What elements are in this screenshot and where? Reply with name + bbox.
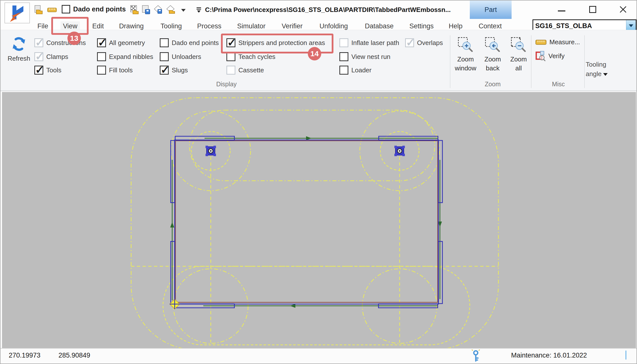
checkbox-label: View nest run xyxy=(351,53,390,61)
checkbox-label: Unloaders xyxy=(172,53,201,61)
application-window: Dado end points C:\Prima Power\ncexpress… xyxy=(0,0,637,364)
checkbox-label: Clamps xyxy=(46,53,68,61)
checkbox[interactable] xyxy=(405,38,414,47)
group-separator xyxy=(531,35,531,88)
clamp-symbol-right xyxy=(394,146,405,156)
measure-label: Measure... xyxy=(549,38,580,46)
clamp-symbol-left xyxy=(205,146,216,156)
quick-dado-endpoints-toggle[interactable]: Dado end points xyxy=(62,5,126,14)
annotation-badge-13: 13 xyxy=(68,32,81,45)
tooling-angle-label-1: Tooling xyxy=(586,60,623,69)
checkbox[interactable] xyxy=(226,52,235,61)
group-separator xyxy=(584,35,585,88)
checkbox[interactable] xyxy=(340,66,348,74)
checkbox[interactable] xyxy=(97,52,106,61)
zoom-all-button[interactable]: Zoom all xyxy=(505,37,532,72)
checkbox[interactable] xyxy=(160,38,169,47)
maximize-button[interactable] xyxy=(589,6,596,13)
measure-ruler-icon[interactable] xyxy=(47,7,57,13)
save-part-icon[interactable] xyxy=(141,5,151,14)
zoom-window-icon xyxy=(458,37,474,53)
status-caret xyxy=(625,350,626,360)
close-button[interactable] xyxy=(619,6,627,14)
annotation-badge-14: 14 xyxy=(308,47,321,60)
refresh-icon xyxy=(11,36,27,52)
cb-inflate-laser-path[interactable]: Inflate laser path xyxy=(340,38,399,48)
cb-loader[interactable]: Loader xyxy=(340,65,372,75)
open-drawing-icon[interactable] xyxy=(166,5,175,14)
title-file-path: C:\Prima Power\ncexpress\SG16_STS_OLBA\P… xyxy=(205,6,451,14)
path-caret-icon xyxy=(196,7,202,14)
part-outline xyxy=(171,136,442,308)
checkbox[interactable] xyxy=(97,66,106,74)
checkbox[interactable] xyxy=(340,52,348,61)
cb-slugs[interactable]: Slugs xyxy=(160,65,188,75)
laser-return-path xyxy=(175,141,438,302)
group-label-zoom: Zoom xyxy=(485,80,501,88)
zoom-all-icon xyxy=(511,37,526,53)
zoom-all-label-1: Zoom xyxy=(510,55,527,64)
zoom-window-button[interactable]: Zoom window xyxy=(452,37,479,72)
measure-button[interactable]: Measure... xyxy=(535,38,580,46)
quick-dado-checkbox[interactable] xyxy=(62,5,70,14)
minimize-button[interactable] xyxy=(558,10,565,12)
zoom-all-label-2: all xyxy=(510,64,527,72)
checkbox[interactable] xyxy=(34,38,43,47)
checkbox[interactable] xyxy=(34,52,43,61)
cursor-x-coordinate: 270.19973 xyxy=(9,352,41,359)
save-drawing-icon[interactable] xyxy=(153,5,163,14)
checkbox-label: Tools xyxy=(46,66,62,74)
checkbox-label: Slugs xyxy=(172,66,188,74)
chevron-down-icon xyxy=(629,24,633,27)
machine-context-value: SG16_STS_OLBA xyxy=(533,20,626,31)
cb-view-nest-run[interactable]: View nest run xyxy=(340,52,390,62)
checkbox-label: Inflate laser path xyxy=(351,39,399,47)
part-context-tab[interactable]: Part xyxy=(470,0,512,19)
refresh-button[interactable]: Refresh xyxy=(5,36,33,73)
measure-icon xyxy=(535,40,546,45)
checkbox[interactable] xyxy=(226,66,235,74)
verify-button[interactable]: Verify xyxy=(535,51,565,61)
checkbox[interactable] xyxy=(160,66,169,74)
checkbox[interactable] xyxy=(97,38,106,47)
quick-dado-label: Dado end points xyxy=(73,6,126,13)
license-key-icon xyxy=(471,350,480,362)
machine-context-dropdown-button[interactable] xyxy=(626,20,636,31)
checkbox-label: Cassette xyxy=(238,66,264,74)
ribbon-divider xyxy=(1,90,636,91)
maintenance-date: Maintenance: 16.01.2022 xyxy=(511,352,587,359)
cb-tools[interactable]: Tools xyxy=(34,65,62,75)
zoom-window-label-1: Zoom xyxy=(455,55,477,64)
cb-fill-tools[interactable]: Fill tools xyxy=(97,65,133,75)
zoom-back-label-2: back xyxy=(484,64,501,72)
checkbox[interactable] xyxy=(340,38,348,47)
checkbox-label: Fill tools xyxy=(109,66,133,74)
checkbox-label: Loader xyxy=(351,66,372,74)
checkbox-label: All geometry xyxy=(109,39,145,47)
open-part-icon[interactable] xyxy=(34,5,43,14)
tooling-angle-button[interactable]: Tooling angle xyxy=(586,60,623,78)
cb-clamps[interactable]: Clamps xyxy=(34,52,68,62)
checkbox[interactable] xyxy=(34,66,43,74)
drawing-canvas[interactable] xyxy=(2,92,636,348)
part-tab-label: Part xyxy=(484,6,497,14)
stripper-capsule-top xyxy=(190,110,435,181)
verify-label: Verify xyxy=(548,52,565,60)
cb-cassette[interactable]: Cassette xyxy=(226,65,264,75)
cb-unloaders[interactable]: Unloaders xyxy=(160,52,201,62)
checkbox[interactable] xyxy=(160,52,169,61)
part-drawing xyxy=(2,92,636,348)
refresh-label: Refresh xyxy=(8,55,30,62)
quick-access-dropdown-icon[interactable] xyxy=(181,9,186,12)
open-nest-icon[interactable] xyxy=(130,5,139,14)
checkbox-label: Expand nibbles xyxy=(109,53,153,61)
cb-dado-end-points[interactable]: Dado end points xyxy=(160,38,219,48)
zoom-back-button[interactable]: Zoom back xyxy=(479,37,506,72)
cb-all-geometry[interactable]: All geometry xyxy=(97,38,145,48)
cb-overlaps[interactable]: Overlaps xyxy=(405,38,443,48)
protection-area-outer xyxy=(131,98,498,348)
chevron-down-icon xyxy=(603,73,608,76)
group-label-misc: Misc xyxy=(552,80,565,88)
app-logo-icon xyxy=(5,3,29,23)
cb-expand-nibbles[interactable]: Expand nibbles xyxy=(97,52,153,62)
